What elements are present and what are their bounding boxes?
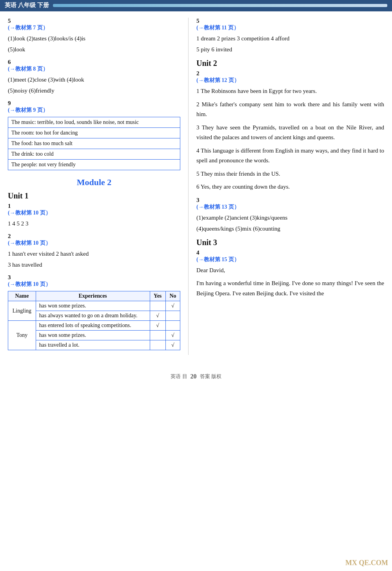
- col-name: Name: [8, 291, 36, 301]
- section-5b-line1: 1 dream 2 prizes 3 competition 4 afford: [196, 34, 384, 43]
- main-content: 5 (→教材第 7 页） (1)look (2)tastes (3)looks/…: [0, 15, 392, 363]
- section-9-num: 9 (→教材第 9 页）: [8, 100, 180, 114]
- page-footer: 英语 目 20 答案 版权: [0, 371, 392, 382]
- page-number: 20: [191, 373, 197, 380]
- section-3b-line2: (4)queens/kings (5)mix (6)counting: [196, 224, 384, 233]
- page-header: 英语 八年级 下册: [0, 0, 392, 11]
- experiences-table: Name Experiences Yes No Linglinghas won …: [8, 291, 180, 350]
- no-cell: √: [165, 340, 180, 350]
- section-2-line1: 1 hasn't ever visited 2 hasn't asked: [8, 249, 180, 258]
- section-6: 6 (→教材第 8 页） (1)meet (2)close (3)with (4…: [8, 59, 180, 95]
- letter-container: Dear David,I'm having a wonderful time i…: [196, 265, 384, 299]
- right-paras-container: 1 The Robinsons have been in Egypt for t…: [196, 86, 384, 192]
- section-1: 1 (→教材第 10 页） 1 4 5 2 3: [8, 203, 180, 228]
- para-1: 2 Mike's father's company sent him to wo…: [196, 100, 384, 120]
- para-2: 3 They have seen the Pyramids, travelled…: [196, 123, 384, 143]
- exp-cell: has entered lots of speaking competition…: [36, 321, 150, 331]
- header-decoration: [53, 4, 388, 7]
- section-3b-line1: (1)example (2)ancient (3)kings/queens: [196, 213, 384, 222]
- col-yes: Yes: [150, 291, 165, 301]
- no-cell: √: [165, 301, 180, 311]
- yes-cell: [150, 301, 165, 311]
- name-cell: Lingling: [8, 301, 36, 321]
- section-5a: 5 (→教材第 7 页） (1)look (2)tastes (3)looks/…: [8, 18, 180, 54]
- yes-cell: [150, 340, 165, 350]
- top-divider: [0, 11, 392, 11]
- name-cell: Tony: [8, 321, 36, 350]
- exp-cell: has won some prizes.: [36, 331, 150, 340]
- letter-para-1: I'm having a wonderful time in Beijing. …: [196, 278, 384, 298]
- no-cell: [165, 311, 180, 321]
- yes-cell: √: [150, 321, 165, 331]
- section-9: 9 (→教材第 9 页） The music: terrible, too lo…: [8, 100, 180, 170]
- section-2-num: 2 (→教材第 10 页）: [8, 233, 180, 247]
- col-experiences: Experiences: [36, 291, 150, 301]
- table-row: Linglinghas won some prizes.√: [8, 301, 180, 311]
- grid-row-5: The people: not very friendly: [8, 160, 180, 170]
- section-5a-line2: (5)look: [8, 45, 180, 54]
- section-5a-num: 5 (→教材第 7 页）: [8, 18, 180, 31]
- footer-right: 答案 版权: [200, 373, 221, 380]
- watermark: MX QE.COM: [345, 559, 388, 567]
- letter-para-0: Dear David,: [196, 265, 384, 276]
- para-0: 1 The Robinsons have been in Egypt for t…: [196, 86, 384, 96]
- para-3: 4 This language is different from Englis…: [196, 146, 384, 166]
- section-1-line1: 1 4 5 2 3: [8, 219, 180, 228]
- section-5b-num: 5 (→教材第 11 页）: [196, 18, 384, 31]
- footer-left: 英语 目: [171, 373, 187, 380]
- unit3-title: Unit 3: [196, 238, 384, 247]
- grid-row-3: The food: has too much salt: [8, 138, 180, 149]
- section-5a-line1: (1)look (2)tastes (3)looks/is (4)is: [8, 34, 180, 43]
- section-4-num: 4 (→教材第 15 页）: [196, 249, 384, 263]
- col-no: No: [165, 291, 180, 301]
- module2-title: Module 2: [8, 177, 180, 187]
- no-cell: [165, 321, 180, 331]
- section-6-num: 6 (→教材第 8 页）: [8, 59, 180, 73]
- para-5: 6 Yes, they are counting down the days.: [196, 182, 384, 192]
- yes-cell: [150, 331, 165, 340]
- table-row: Tonyhas entered lots of speaking competi…: [8, 321, 180, 331]
- yes-cell: √: [150, 311, 165, 321]
- section-6-line2: (5)noisy (6)friendly: [8, 86, 180, 95]
- unit1-title: Unit 1: [8, 191, 180, 200]
- section-4: 4 (→教材第 15 页） Dear David,I'm having a wo…: [196, 249, 384, 299]
- section-3b: 3 (→教材第 13 页） (1)example (2)ancient (3)k…: [196, 197, 384, 233]
- section-5b-line2: 5 pity 6 invited: [196, 45, 384, 54]
- grid-row-4: The drink: too cold: [8, 149, 180, 160]
- right-column: 5 (→教材第 11 页） 1 dream 2 prizes 3 competi…: [188, 18, 384, 355]
- no-cell: √: [165, 331, 180, 340]
- exp-cell: has won some prizes.: [36, 301, 150, 311]
- section-3b-num: 3 (→教材第 13 页）: [196, 197, 384, 211]
- section-2a-num: 2 (→教材第 12 页）: [196, 70, 384, 84]
- section-2-line2: 3 has travelled: [8, 260, 180, 269]
- para-4: 5 They miss their friends in the US.: [196, 169, 384, 179]
- section-1-num: 1 (→教材第 10 页）: [8, 203, 180, 216]
- exp-cell: has travelled a lot.: [36, 340, 150, 350]
- section-3: 3 (→教材第 10 页） Name Experiences Yes No Li…: [8, 274, 180, 350]
- book-title: 英语 八年级 下册: [5, 2, 49, 9]
- grid-row-1: The music: terrible, too loud, sounds li…: [8, 117, 180, 128]
- exp-cell: has always wanted to go on a dream holid…: [36, 311, 150, 321]
- grid-row-2: The room: too hot for dancing: [8, 128, 180, 138]
- section-6-line1: (1)meet (2)close (3)with (4)look: [8, 75, 180, 84]
- section-5b: 5 (→教材第 11 页） 1 dream 2 prizes 3 competi…: [196, 18, 384, 54]
- unit2-title: Unit 2: [196, 59, 384, 68]
- section-2a: 2 (→教材第 12 页） 1 The Robinsons have been …: [196, 70, 384, 192]
- left-column: 5 (→教材第 7 页） (1)look (2)tastes (3)looks/…: [8, 18, 180, 355]
- section-2: 2 (→教材第 10 页） 1 hasn't ever visited 2 ha…: [8, 233, 180, 269]
- section-3-num: 3 (→教材第 10 页）: [8, 274, 180, 288]
- section-9-grid: The music: terrible, too loud, sounds li…: [8, 117, 180, 170]
